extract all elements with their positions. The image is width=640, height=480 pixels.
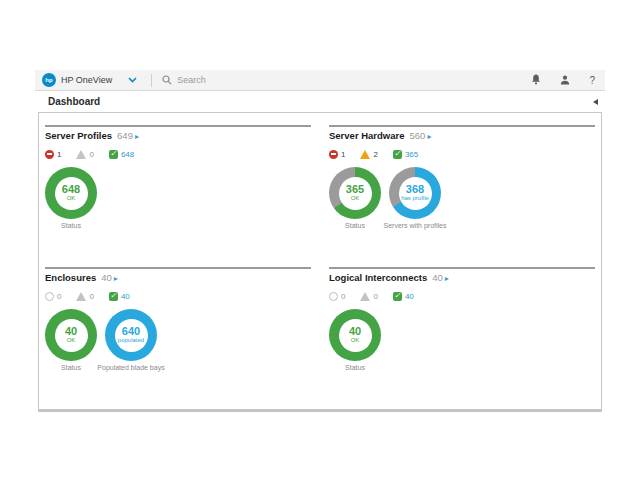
search-icon <box>162 71 172 89</box>
donut-charts: 365OK Status 368has profile Servers with… <box>329 167 595 229</box>
panel-count-link[interactable]: 560 <box>410 130 426 141</box>
warning-indicator[interactable]: 2 <box>360 150 377 159</box>
critical-indicator[interactable]: 0 <box>45 292 61 301</box>
ok-indicator[interactable]: 648 <box>109 150 134 159</box>
critical-indicator[interactable]: 1 <box>329 150 345 159</box>
critical-indicator[interactable]: 1 <box>45 150 61 159</box>
donut-value: 40 <box>349 326 361 337</box>
hp-oneview-app: hp HP OneView ? Dashboard <box>35 70 605 410</box>
donut-ring: 40OK <box>45 309 97 361</box>
critical-icon <box>329 292 338 301</box>
donut-sublabel: OK <box>351 337 360 344</box>
warning-indicator[interactable]: 0 <box>76 292 93 301</box>
warning-icon <box>76 150 86 159</box>
dashboard-grid: Server Profiles 649 ▸ 1 0 648 648OK Stat… <box>45 125 595 401</box>
indicator-count: 40 <box>405 292 414 301</box>
panel-enclosures: Enclosures 40 ▸ 0 0 40 40OK Status <box>45 267 311 401</box>
warning-icon <box>76 292 86 301</box>
dashboard-content: Server Profiles 649 ▸ 1 0 648 648OK Stat… <box>38 112 602 410</box>
panel-title[interactable]: Server Profiles <box>45 130 112 141</box>
indicator-count: 365 <box>405 150 418 159</box>
indicator-count: 0 <box>341 292 345 301</box>
donut-caption: Populated blade bays <box>97 364 164 371</box>
donut-ring: 365OK <box>329 167 381 219</box>
status-indicators: 1 0 648 <box>45 149 311 159</box>
topbar-divider <box>151 74 152 87</box>
user-icon[interactable] <box>560 71 570 89</box>
search-box[interactable] <box>162 71 531 89</box>
panel-arrow-icon[interactable]: ▸ <box>427 132 431 141</box>
critical-indicator[interactable]: 0 <box>329 292 345 301</box>
panel-arrow-icon[interactable]: ▸ <box>445 274 449 283</box>
donut-sublabel: OK <box>351 195 360 202</box>
ok-icon <box>109 292 118 301</box>
search-input[interactable] <box>177 75 327 85</box>
panel-arrow-icon[interactable]: ▸ <box>114 274 118 283</box>
donut-sublabel: OK <box>67 195 76 202</box>
donut-charts: 648OK Status <box>45 167 311 229</box>
donut-value: 640 <box>122 326 140 337</box>
notifications-bell-icon[interactable] <box>531 71 541 89</box>
donut-ring: 368has profile <box>389 167 441 219</box>
donut-ring: 648OK <box>45 167 97 219</box>
indicator-count: 1 <box>341 150 345 159</box>
ok-icon <box>393 292 402 301</box>
ok-indicator[interactable]: 365 <box>393 150 418 159</box>
critical-icon <box>329 150 338 159</box>
panel-header: Enclosures 40 ▸ <box>45 272 311 283</box>
donut-sublabel: has profile <box>401 195 429 202</box>
status-donut[interactable]: 648OK Status <box>45 167 97 229</box>
indicator-count: 1 <box>57 150 61 159</box>
donut-charts: 40OK Status 640populated Populated blade… <box>45 309 311 371</box>
collapse-panel-arrow-icon[interactable] <box>593 99 598 105</box>
populated-blade-bays-donut[interactable]: 640populated Populated blade bays <box>105 309 157 371</box>
hp-logo[interactable]: hp <box>42 73 56 87</box>
ok-icon <box>393 150 402 159</box>
panel-count-link[interactable]: 40 <box>432 272 443 283</box>
indicator-count: 0 <box>373 292 377 301</box>
ok-indicator[interactable]: 40 <box>109 292 130 301</box>
indicator-count: 0 <box>89 150 93 159</box>
warning-icon <box>360 292 370 301</box>
panel-title[interactable]: Server Hardware <box>329 130 405 141</box>
donut-charts: 40OK Status <box>329 309 595 371</box>
topbar-actions: ? <box>531 71 595 89</box>
panel-arrow-icon[interactable]: ▸ <box>135 132 139 141</box>
top-bar: hp HP OneView ? <box>35 70 605 91</box>
warning-icon <box>360 150 370 159</box>
indicator-count: 0 <box>57 292 61 301</box>
warning-indicator[interactable]: 0 <box>360 292 377 301</box>
status-donut[interactable]: 40OK Status <box>329 309 381 371</box>
donut-value: 368 <box>406 184 424 195</box>
panel-count-link[interactable]: 40 <box>101 272 112 283</box>
page-title[interactable]: Dashboard <box>48 96 100 107</box>
donut-ring: 40OK <box>329 309 381 361</box>
help-icon[interactable]: ? <box>589 75 595 86</box>
nav-row: Dashboard <box>35 91 605 112</box>
donut-value: 365 <box>346 184 364 195</box>
donut-caption: Status <box>345 222 365 229</box>
status-donut[interactable]: 40OK Status <box>45 309 97 371</box>
panel-header: Logical Interconnects 40 ▸ <box>329 272 595 283</box>
status-indicators: 1 2 365 <box>329 149 595 159</box>
panel-header: Server Hardware 560 ▸ <box>329 130 595 141</box>
donut-caption: Servers with profiles <box>383 222 446 229</box>
panel-logical-interconnects: Logical Interconnects 40 ▸ 0 0 40 40OK S… <box>329 267 595 401</box>
chevron-down-icon[interactable] <box>128 77 137 83</box>
donut-sublabel: OK <box>67 337 76 344</box>
donut-sublabel: populated <box>118 337 144 344</box>
app-name-menu[interactable]: HP OneView <box>61 75 112 85</box>
warning-indicator[interactable]: 0 <box>76 150 93 159</box>
donut-caption: Status <box>345 364 365 371</box>
status-donut[interactable]: 365OK Status <box>329 167 381 229</box>
panel-header: Server Profiles 649 ▸ <box>45 130 311 141</box>
servers-with-profiles-donut[interactable]: 368has profile Servers with profiles <box>389 167 441 229</box>
panel-server-profiles: Server Profiles 649 ▸ 1 0 648 648OK Stat… <box>45 125 311 267</box>
ok-indicator[interactable]: 40 <box>393 292 414 301</box>
panel-title[interactable]: Logical Interconnects <box>329 272 427 283</box>
indicator-count: 648 <box>121 150 134 159</box>
panel-title[interactable]: Enclosures <box>45 272 96 283</box>
donut-value: 648 <box>62 184 80 195</box>
donut-caption: Status <box>61 364 81 371</box>
panel-count-link[interactable]: 649 <box>117 130 133 141</box>
